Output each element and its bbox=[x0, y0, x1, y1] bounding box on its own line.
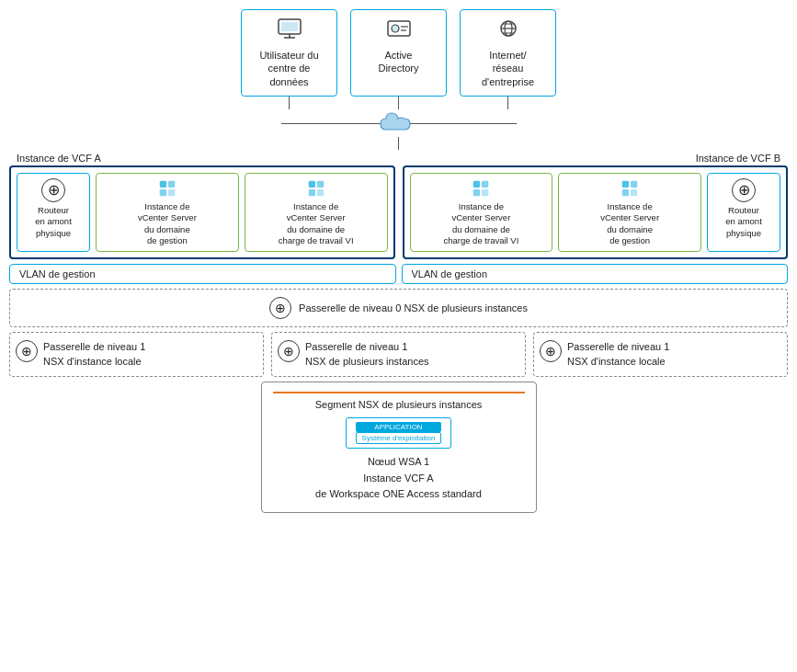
vcf-b-block: Instance de vCenter Server du domaine de… bbox=[403, 165, 789, 259]
connector-internet-down bbox=[507, 97, 509, 109]
gw-mid-crosshair-icon: ⊕ bbox=[278, 340, 300, 362]
ad-box-label: Active Directory bbox=[378, 49, 418, 75]
wsa-app-os-box: APPLICATION Système d'exploitation bbox=[346, 417, 452, 449]
monitor-icon bbox=[277, 17, 302, 43]
svg-rect-21 bbox=[473, 181, 480, 188]
vcenter-mgmt-b-icon bbox=[620, 178, 640, 199]
svg-rect-24 bbox=[482, 189, 488, 196]
svg-rect-15 bbox=[160, 189, 166, 196]
svg-rect-23 bbox=[473, 189, 480, 196]
gateway-local-b: ⊕ Passerelle de niveau 1 NSX d'instance … bbox=[533, 332, 788, 377]
cloud-icon bbox=[379, 109, 419, 135]
svg-rect-25 bbox=[622, 181, 629, 188]
internet-box-label: Internet/ réseau d'entreprise bbox=[482, 49, 534, 88]
gateways-row: ⊕ Passerelle de niveau 1 NSX d'instance … bbox=[9, 332, 788, 377]
vcf-b-router: ⊕ Routeur en amont physique bbox=[707, 173, 780, 252]
wsa-description: de Workspace ONE Access standard bbox=[273, 486, 525, 503]
vcf-b-vcenter-mgmt: Instance de vCenter Server du domaine de… bbox=[558, 173, 701, 252]
vcenter-mgmt-a-icon bbox=[157, 178, 177, 199]
vcf-b-router-label: Routeur en amont physique bbox=[725, 205, 762, 239]
nsx-l0-crosshair-icon: ⊕ bbox=[269, 297, 291, 319]
vcf-b-label: Instance de VCF B bbox=[696, 153, 780, 164]
orange-segment-line bbox=[273, 392, 525, 393]
segment-area: Segment NSX de plusieurs instances bbox=[273, 392, 525, 410]
network-icon bbox=[495, 17, 521, 43]
wsa-node-label: Nœud WSA 1 bbox=[273, 454, 525, 471]
vcf-a-vcenter-workload: Instance de vCenter Server du domaine de… bbox=[245, 173, 388, 252]
svg-rect-3 bbox=[281, 22, 298, 31]
vcf-b-vcenter-workload-label: Instance de vCenter Server du domaine de… bbox=[443, 201, 518, 246]
person-card-icon bbox=[386, 17, 412, 43]
vlan-a-box: VLAN de gestion bbox=[9, 264, 396, 284]
svg-rect-13 bbox=[160, 181, 166, 188]
gateway-local-a: ⊕ Passerelle de niveau 1 NSX d'instance … bbox=[9, 332, 264, 377]
vcf-a-label: Instance de VCF A bbox=[17, 153, 101, 164]
vlan-b-box: VLAN de gestion bbox=[402, 264, 789, 284]
svg-rect-18 bbox=[317, 181, 324, 188]
connector-cloud-down bbox=[398, 137, 400, 150]
os-badge: Système d'exploitation bbox=[356, 432, 442, 444]
svg-rect-28 bbox=[631, 189, 637, 196]
svg-rect-19 bbox=[308, 189, 314, 196]
connector-user-down bbox=[289, 97, 290, 109]
crosshair-b-icon: ⊕ bbox=[732, 178, 756, 202]
svg-rect-20 bbox=[317, 189, 324, 196]
nsx-level0-section: ⊕ Passerelle de niveau 0 NSX de plusieur… bbox=[9, 289, 788, 327]
vlan-row: VLAN de gestion VLAN de gestion bbox=[9, 264, 788, 284]
vcf-a-vcenter-workload-label: Instance de vCenter Server du domaine de… bbox=[279, 201, 354, 246]
gateway-multi-label: Passerelle de niveau 1 NSX de plusieurs … bbox=[305, 340, 429, 369]
vcenter-work-a-icon bbox=[306, 178, 326, 199]
gw-left-crosshair-icon: ⊕ bbox=[16, 340, 38, 362]
user-box-label: Utilisateur du centre de données bbox=[259, 49, 318, 88]
svg-point-5 bbox=[392, 25, 399, 32]
wsa-section-wrapper: Segment NSX de plusieurs instances APPLI… bbox=[9, 382, 788, 513]
vcf-a-vcenter-mgmt: Instance de vCenter Server du domaine de… bbox=[96, 173, 239, 252]
gateway-local-b-label: Passerelle de niveau 1 NSX d'instance lo… bbox=[567, 340, 669, 369]
vcf-a-router-label: Routeur en amont physique bbox=[35, 205, 72, 239]
segment-label: Segment NSX de plusieurs instances bbox=[273, 399, 525, 410]
vcf-b-vcenter-mgmt-label: Instance de vCenter Server du domaine de… bbox=[600, 201, 659, 246]
user-box: Utilisateur du centre de données bbox=[241, 9, 337, 97]
wsa-node-box: APPLICATION Système d'exploitation bbox=[273, 417, 525, 449]
gateway-local-a-label: Passerelle de niveau 1 NSX d'instance lo… bbox=[43, 340, 145, 369]
gateway-multi: ⊕ Passerelle de niveau 1 NSX de plusieur… bbox=[271, 332, 526, 377]
svg-rect-17 bbox=[308, 181, 314, 188]
connector-ad-down bbox=[398, 97, 400, 109]
svg-rect-16 bbox=[168, 189, 175, 196]
vcf-a-block: ⊕ Routeur en amont physique Instance de … bbox=[9, 165, 395, 259]
crosshair-a-icon: ⊕ bbox=[41, 178, 65, 202]
wsa-instance-label: Instance VCF A bbox=[273, 471, 525, 487]
vcenter-work-b-icon bbox=[471, 178, 491, 199]
vcf-b-vcenter-workload: Instance de vCenter Server du domaine de… bbox=[410, 173, 553, 252]
wsa-outer-box: Segment NSX de plusieurs instances APPLI… bbox=[261, 382, 537, 513]
gw-right-crosshair-icon: ⊕ bbox=[540, 340, 562, 362]
vcf-a-router: ⊕ Routeur en amont physique bbox=[17, 173, 90, 252]
svg-rect-14 bbox=[168, 181, 175, 188]
vcf-row: ⊕ Routeur en amont physique Instance de … bbox=[9, 165, 788, 259]
svg-rect-26 bbox=[631, 181, 637, 188]
svg-rect-27 bbox=[622, 189, 629, 196]
vcf-a-vcenter-mgmt-label: Instance de vCenter Server du domaine de… bbox=[138, 201, 197, 246]
app-badge: APPLICATION bbox=[356, 422, 442, 432]
internet-box: Internet/ réseau d'entreprise bbox=[460, 9, 556, 97]
active-directory-box: Active Directory bbox=[350, 9, 447, 97]
nsx-l0-label: Passerelle de niveau 0 NSX de plusieurs … bbox=[299, 302, 528, 313]
svg-rect-22 bbox=[482, 181, 488, 188]
